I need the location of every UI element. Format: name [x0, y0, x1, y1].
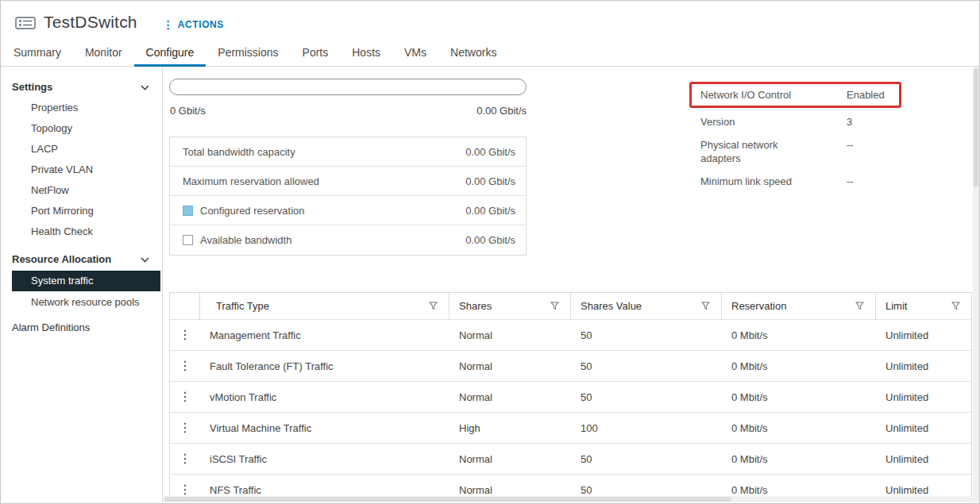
- column-label: Traffic Type: [216, 300, 269, 312]
- table-row-virtual-machine-traffic[interactable]: ⋮ Virtual Machine Traffic High 100 0 Mbi…: [170, 412, 971, 443]
- row-menu-button[interactable]: ⋮: [174, 389, 196, 405]
- bandwidth-row-label: Configured reservation: [200, 205, 305, 217]
- sidebar-item-topology[interactable]: Topology: [1, 118, 162, 139]
- table-row-management-traffic[interactable]: ⋮ Management Traffic Normal 50 0 Mbit/s …: [170, 319, 971, 350]
- row-menu-button[interactable]: ⋮: [174, 358, 196, 374]
- tab-monitor[interactable]: Monitor: [73, 42, 134, 67]
- configured-reservation-swatch: [183, 206, 193, 216]
- tab-summary[interactable]: Summary: [2, 42, 73, 67]
- sidebar-item-netflow[interactable]: NetFlow: [1, 180, 162, 201]
- sidebar-section-settings[interactable]: Settings: [1, 76, 162, 98]
- row-menu-button[interactable]: ⋮: [174, 451, 196, 467]
- system-traffic-table: Traffic Type Shares Shares Value Reserva…: [169, 292, 972, 502]
- info-label-min-link-speed: Minimum link speed: [700, 175, 847, 188]
- table-row-iscsi-traffic[interactable]: ⋮ iSCSI Traffic Normal 50 0 Mbit/s Unlim…: [170, 443, 971, 474]
- filter-icon[interactable]: [951, 302, 960, 310]
- filter-icon[interactable]: [855, 302, 864, 310]
- cell-traffic-type: Fault Tolerance (FT) Traffic: [200, 351, 449, 381]
- cell-shares-value: 50: [571, 320, 722, 350]
- tab-networks[interactable]: Networks: [438, 42, 508, 67]
- actions-button[interactable]: ⋮ ACTIONS: [163, 19, 224, 30]
- section-label: Settings: [12, 81, 52, 93]
- cell-shares: Normal: [449, 382, 571, 412]
- bandwidth-row-value: 0.00 Gbit/s: [465, 234, 515, 246]
- cell-limit: Unlimited: [876, 413, 971, 443]
- sidebar-item-system-traffic[interactable]: System traffic: [12, 271, 160, 291]
- cell-reservation: 0 Mbit/s: [722, 351, 876, 381]
- nioc-highlight-annotation: Network I/O Control Enabled: [689, 82, 901, 108]
- filter-icon[interactable]: [701, 302, 710, 310]
- sidebar: Settings Properties Topology LACP Privat…: [1, 67, 163, 502]
- cell-traffic-type: Virtual Machine Traffic: [200, 413, 449, 443]
- cell-limit: Unlimited: [876, 320, 971, 350]
- sidebar-item-private-vlan[interactable]: Private VLAN: [1, 160, 162, 180]
- nioc-info-panel: Network I/O Control Enabled Version 3 Ph…: [689, 82, 916, 193]
- vertical-scrollbar-thumb[interactable]: [974, 68, 978, 187]
- column-header-limit: Limit: [876, 293, 971, 319]
- column-label: Shares Value: [581, 300, 642, 312]
- row-menu-button[interactable]: ⋮: [174, 420, 196, 436]
- cell-reservation: 0 Mbit/s: [722, 382, 876, 412]
- page-title: TestDSwitch: [44, 13, 137, 32]
- bandwidth-gauge: [169, 79, 527, 95]
- cell-reservation: 0 Mbit/s: [722, 444, 876, 474]
- bandwidth-row-value: 0.00 Gbit/s: [465, 205, 515, 217]
- cell-shares-value: 100: [571, 413, 722, 443]
- filter-icon[interactable]: [550, 302, 559, 310]
- cell-shares-value: 50: [571, 351, 722, 381]
- cell-shares: Normal: [449, 320, 571, 350]
- bandwidth-row-total: Total bandwidth capacity 0.00 Gbit/s: [170, 137, 526, 167]
- info-row-min-link-speed: Minimum link speed --: [689, 170, 916, 193]
- sidebar-section-resource-allocation[interactable]: Resource Allocation: [1, 248, 162, 270]
- chevron-down-icon: [141, 81, 149, 93]
- bandwidth-row-value: 0.00 Gbit/s: [465, 175, 515, 187]
- horizontal-scrollbar-thumb[interactable]: [164, 497, 731, 502]
- table-header: Traffic Type Shares Shares Value Reserva…: [170, 293, 971, 319]
- sidebar-item-port-mirroring[interactable]: Port Mirroring: [1, 201, 162, 221]
- column-label: Reservation: [731, 300, 786, 312]
- bandwidth-row-value: 0.00 Gbit/s: [465, 146, 515, 158]
- row-menu-column-header: [170, 293, 200, 319]
- vsphere-window: TestDSwitch ⋮ ACTIONS Summary Monitor Co…: [0, 0, 980, 504]
- content-area: Settings Properties Topology LACP Privat…: [1, 67, 979, 502]
- tab-hosts[interactable]: Hosts: [340, 42, 392, 67]
- cell-shares-value: 50: [571, 444, 722, 474]
- info-value-version: 3: [847, 115, 916, 129]
- table-row-fault-tolerance-traffic[interactable]: ⋮ Fault Tolerance (FT) Traffic Normal 50…: [170, 350, 971, 381]
- info-value-physical-adapters: --: [847, 138, 916, 165]
- cell-shares: Normal: [449, 351, 571, 381]
- tab-configure[interactable]: Configure: [134, 42, 206, 67]
- sidebar-item-network-resource-pools[interactable]: Network resource pools: [1, 292, 162, 313]
- column-header-traffic-type: Traffic Type: [200, 293, 449, 319]
- chevron-down-icon: [141, 253, 149, 265]
- bandwidth-row-available: Available bandwidth 0.00 Gbit/s: [170, 225, 526, 255]
- cell-traffic-type: Management Traffic: [200, 320, 449, 350]
- object-header: TestDSwitch ⋮ ACTIONS: [1, 1, 979, 44]
- scrollbar-corner: [973, 496, 979, 502]
- cell-limit: Unlimited: [876, 351, 971, 381]
- bandwidth-summary: Total bandwidth capacity 0.00 Gbit/s Max…: [169, 137, 527, 256]
- sidebar-item-health-check[interactable]: Health Check: [1, 221, 162, 242]
- gauge-min-label: 0 Gbit/s: [170, 105, 206, 117]
- sidebar-item-properties[interactable]: Properties: [1, 98, 162, 118]
- vertical-scrollbar[interactable]: [973, 67, 979, 496]
- tab-ports[interactable]: Ports: [291, 42, 341, 67]
- cell-reservation: 0 Mbit/s: [722, 320, 876, 350]
- table-row-vmotion-traffic[interactable]: ⋮ vMotion Traffic Normal 50 0 Mbit/s Unl…: [170, 381, 971, 412]
- tab-permissions[interactable]: Permissions: [206, 42, 290, 67]
- gauge-value-label: 0.00 Gbit/s: [476, 105, 527, 117]
- cell-traffic-type: vMotion Traffic: [200, 382, 449, 412]
- section-label: Resource Allocation: [12, 253, 111, 265]
- info-value-min-link-speed: --: [847, 175, 916, 188]
- row-menu-button[interactable]: ⋮: [174, 482, 196, 498]
- filter-icon[interactable]: [429, 302, 438, 310]
- cell-limit: Unlimited: [876, 444, 971, 474]
- row-menu-button[interactable]: ⋮: [174, 327, 196, 343]
- gauge-labels: 0 Gbit/s 0.00 Gbit/s: [170, 105, 527, 117]
- horizontal-scrollbar[interactable]: [163, 496, 973, 502]
- tab-vms[interactable]: VMs: [392, 42, 438, 67]
- cell-reservation: 0 Mbit/s: [722, 413, 876, 443]
- bandwidth-row-configured-reservation: Configured reservation 0.00 Gbit/s: [170, 196, 526, 225]
- sidebar-item-alarm-definitions[interactable]: Alarm Definitions: [1, 316, 162, 338]
- sidebar-item-lacp[interactable]: LACP: [1, 139, 162, 160]
